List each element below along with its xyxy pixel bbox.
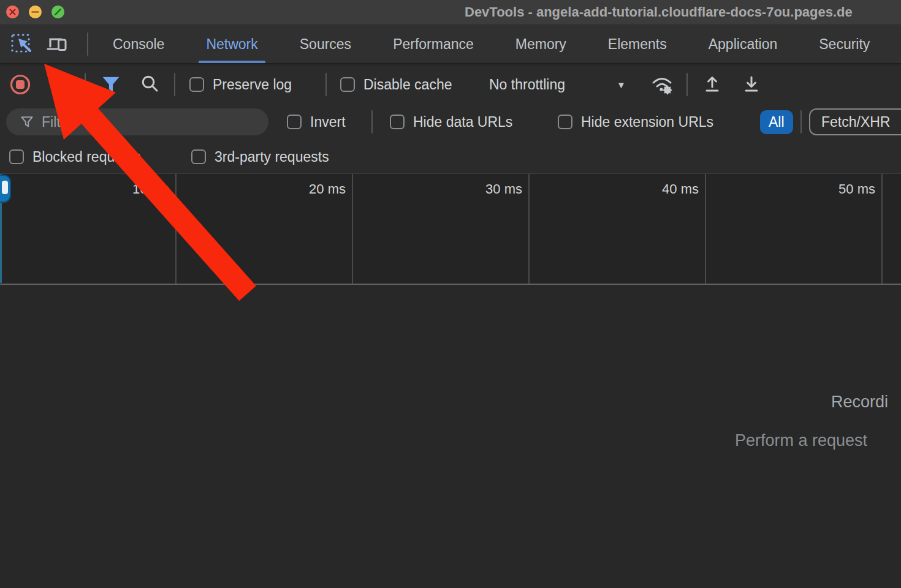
inspect-cursor-icon bbox=[10, 32, 34, 56]
window-title: DevTools - angela-add-tutorial.cloudflar… bbox=[465, 4, 853, 20]
clear-network-log-button[interactable] bbox=[48, 66, 71, 104]
badge-inner-bar bbox=[2, 181, 8, 194]
checkbox[interactable] bbox=[191, 149, 206, 164]
timeline-tick-label: 10 ms bbox=[132, 181, 169, 284]
preserve-log-label: Preserve log bbox=[213, 77, 292, 93]
filter-input-wrap[interactable] bbox=[6, 108, 268, 135]
filterbar-separator bbox=[800, 110, 802, 134]
zoom-window-button[interactable] bbox=[51, 6, 64, 18]
timeline-column: 30 ms bbox=[353, 174, 530, 284]
export-download-icon bbox=[739, 72, 764, 97]
search-network-button[interactable] bbox=[139, 66, 162, 104]
traffic-lights bbox=[6, 6, 64, 18]
timeline-left-edge-badge bbox=[0, 175, 11, 203]
devtools-window: DevTools - angela-add-tutorial.cloudflar… bbox=[0, 0, 901, 588]
tab-label: Memory bbox=[515, 36, 566, 53]
filter-toggle-button[interactable] bbox=[101, 66, 121, 104]
toggle-device-toolbar-button[interactable] bbox=[44, 29, 71, 59]
throttling-value: No throttling bbox=[489, 77, 565, 93]
toolbar-separator bbox=[174, 73, 175, 96]
network-conditions-button[interactable] bbox=[648, 66, 675, 104]
disable-cache-label: Disable cache bbox=[363, 77, 452, 93]
third-party-requests-label: 3rd-party requests bbox=[215, 149, 329, 165]
toolbar-separator bbox=[85, 73, 86, 96]
hide-data-urls-label: Hide data URLs bbox=[413, 114, 512, 130]
timeline-tick-label: 50 ms bbox=[838, 181, 875, 284]
import-har-button[interactable] bbox=[700, 66, 724, 104]
tab-console[interactable]: Console bbox=[92, 25, 185, 63]
tab-label: Network bbox=[206, 36, 257, 53]
funnel-outline-icon bbox=[20, 115, 34, 129]
hide-extension-urls-label: Hide extension URLs bbox=[581, 114, 713, 130]
filterbar-separator bbox=[371, 110, 373, 134]
toolbar-separator bbox=[686, 73, 688, 96]
timeline-column: 10 ms bbox=[0, 174, 177, 284]
network-filter-bar-2: Blocked requests 3rd-party requests bbox=[0, 140, 901, 173]
timeline-column: 40 ms bbox=[530, 174, 706, 284]
timeline-column: 50 ms bbox=[706, 174, 883, 284]
tab-label: Sources bbox=[300, 36, 351, 53]
checkbox[interactable] bbox=[287, 115, 302, 129]
export-har-button[interactable] bbox=[739, 66, 764, 104]
throttling-select-caret[interactable]: ▼ bbox=[617, 66, 626, 104]
blocked-requests-label: Blocked requests bbox=[32, 149, 140, 165]
network-toolbar: Preserve log Disable cache No throttling… bbox=[0, 66, 901, 104]
timeline-tick-label: 40 ms bbox=[662, 181, 699, 284]
panel-tabs: Console Network Sources Performance Memo… bbox=[92, 25, 901, 63]
recording-status-text: Recordi bbox=[831, 393, 888, 412]
funnel-filter-icon bbox=[101, 74, 121, 95]
hide-extension-urls-checkbox[interactable]: Hide extension URLs bbox=[558, 104, 713, 140]
tab-security[interactable]: Security bbox=[798, 25, 891, 63]
checkbox[interactable] bbox=[189, 77, 204, 92]
timeline-tick-label: 30 ms bbox=[485, 181, 522, 284]
minimize-icon bbox=[29, 6, 42, 18]
close-window-button[interactable] bbox=[6, 6, 19, 18]
titlebar: DevTools - angela-add-tutorial.cloudflar… bbox=[0, 0, 901, 25]
network-filter-bar: Invert Hide data URLs Hide extension URL… bbox=[0, 104, 901, 140]
record-network-log-button[interactable] bbox=[8, 66, 32, 104]
request-type-fetch-xhr-button[interactable]: Fetch/XHR bbox=[809, 108, 901, 135]
chevron-down-icon: ▼ bbox=[617, 80, 626, 90]
tab-label: Application bbox=[709, 36, 778, 53]
tab-sources[interactable]: Sources bbox=[279, 25, 372, 63]
checkbox[interactable] bbox=[340, 77, 355, 92]
checkbox[interactable] bbox=[390, 115, 405, 129]
tab-application[interactable]: Application bbox=[688, 25, 799, 63]
third-party-requests-checkbox[interactable]: 3rd-party requests bbox=[191, 140, 329, 173]
close-icon bbox=[6, 6, 19, 18]
perform-request-hint-text: Perform a request bbox=[735, 431, 867, 450]
zoom-icon bbox=[51, 6, 64, 18]
preserve-log-checkbox[interactable]: Preserve log bbox=[189, 66, 292, 104]
tab-label: Elements bbox=[608, 36, 667, 53]
tab-label: Performance bbox=[393, 36, 474, 53]
network-conditions-icon bbox=[648, 71, 675, 98]
tabbar-separator bbox=[87, 32, 88, 56]
device-toolbar-icon bbox=[45, 32, 70, 56]
minimize-window-button[interactable] bbox=[29, 6, 42, 18]
tab-memory[interactable]: Memory bbox=[495, 25, 587, 63]
record-stop-icon bbox=[8, 72, 32, 97]
throttling-select[interactable]: No throttling bbox=[489, 66, 565, 104]
waterfall-timeline-header[interactable]: 10 ms 20 ms 30 ms 40 ms 50 ms bbox=[0, 173, 901, 285]
import-upload-icon bbox=[700, 72, 724, 97]
tab-elements[interactable]: Elements bbox=[587, 25, 688, 63]
filter-input[interactable] bbox=[42, 114, 260, 130]
tab-network[interactable]: Network bbox=[185, 25, 278, 63]
tab-label: Security bbox=[819, 36, 870, 53]
request-type-all-button[interactable]: All bbox=[760, 110, 793, 134]
blocked-requests-checkbox[interactable]: Blocked requests bbox=[9, 140, 140, 173]
tab-performance[interactable]: Performance bbox=[372, 25, 495, 63]
disable-cache-checkbox[interactable]: Disable cache bbox=[340, 66, 452, 104]
checkbox[interactable] bbox=[9, 149, 24, 164]
hide-data-urls-checkbox[interactable]: Hide data URLs bbox=[390, 104, 512, 140]
invert-label: Invert bbox=[310, 114, 346, 130]
timeline-column: 20 ms bbox=[177, 174, 353, 284]
toolbar-separator bbox=[325, 73, 327, 96]
clear-icon bbox=[48, 73, 71, 96]
checkbox[interactable] bbox=[558, 115, 572, 129]
tab-label: Console bbox=[113, 36, 164, 53]
timeline-tick-label: 20 ms bbox=[309, 181, 346, 284]
invert-checkbox[interactable]: Invert bbox=[287, 104, 346, 140]
search-icon bbox=[139, 73, 162, 96]
inspect-element-button[interactable] bbox=[9, 29, 36, 59]
